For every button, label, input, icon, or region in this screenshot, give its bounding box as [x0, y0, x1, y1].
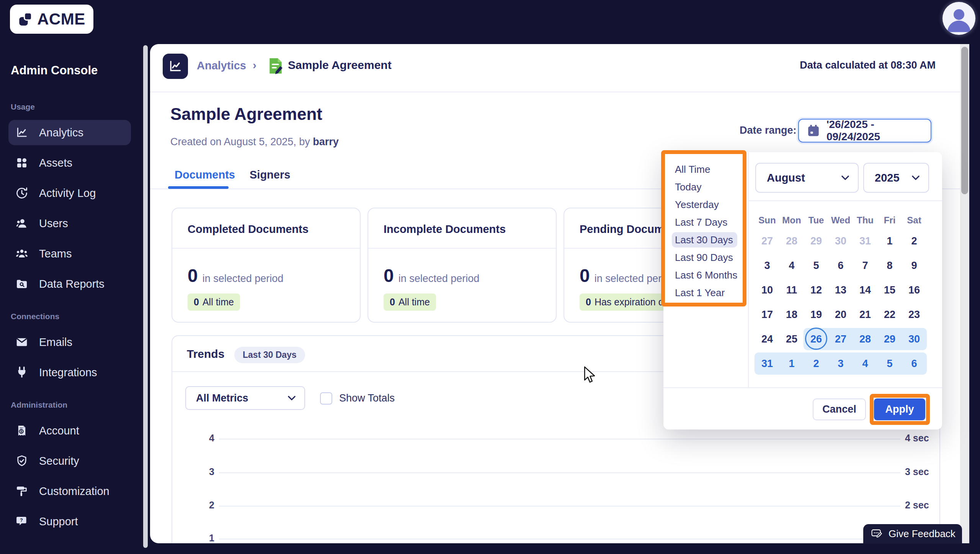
metrics-dropdown[interactable]: All Metrics — [185, 386, 305, 410]
calendar-day-29[interactable]: 29 — [877, 327, 902, 351]
preset-yesterday[interactable]: Yesterday — [663, 196, 748, 213]
breadcrumb-analytics-link[interactable]: Analytics — [197, 59, 246, 72]
calendar-day-3[interactable]: 3 — [828, 351, 853, 376]
apply-button[interactable]: Apply — [874, 398, 925, 420]
tab-documents[interactable]: Documents — [175, 169, 235, 181]
brand-logo[interactable]: ACME — [10, 5, 93, 34]
give-feedback-label: Give Feedback — [889, 528, 956, 540]
calendar-day-7[interactable]: 7 — [853, 253, 877, 278]
calendar-day-6[interactable]: 6 — [828, 253, 853, 278]
sidebar-item-label: Account — [39, 425, 79, 437]
calendar-day-4[interactable]: 4 — [853, 351, 877, 376]
sidebar-item-account[interactable]: $Account — [8, 418, 131, 443]
chart-gridline — [219, 506, 900, 506]
cancel-button[interactable]: Cancel — [813, 398, 866, 420]
preset-last-6-months[interactable]: Last 6 Months — [663, 266, 748, 284]
chart-line-icon — [15, 126, 29, 139]
sidebar-item-analytics[interactable]: Analytics — [8, 120, 131, 145]
preset-last-90-days[interactable]: Last 90 Days — [663, 249, 748, 266]
calendar-day-4[interactable]: 4 — [779, 253, 804, 278]
show-totals-checkbox[interactable] — [320, 392, 332, 405]
calendar-day-16[interactable]: 16 — [902, 278, 926, 302]
sidebar-item-teams[interactable]: Teams — [8, 241, 131, 266]
card-caption: in selected period — [399, 273, 480, 285]
data-calculated-note: Data calculated at 08:30 AM — [800, 59, 936, 71]
sidebar-item-users[interactable]: Users — [8, 211, 131, 236]
calendar-day-27-prev[interactable]: 27 — [755, 229, 779, 253]
date-range-input[interactable]: '26/2025 - 09/24/2025 — [798, 119, 931, 143]
give-feedback-button[interactable]: Give Feedback — [863, 524, 962, 544]
calendar-day-31-prev[interactable]: 31 — [853, 229, 877, 253]
weekday-label: Mon — [779, 212, 804, 229]
calendar-day-20[interactable]: 20 — [828, 302, 853, 327]
calendar-day-14[interactable]: 14 — [853, 278, 877, 302]
sidebar-item-data-reports[interactable]: Data Reports — [8, 271, 131, 297]
active-tab-underline — [168, 186, 229, 189]
weekday-label: Sun — [755, 212, 779, 229]
popup-footer-divider — [663, 387, 942, 388]
calendar-day-6[interactable]: 6 — [902, 351, 926, 376]
calendar-day-29-prev[interactable]: 29 — [804, 229, 828, 253]
preset-today[interactable]: Today — [663, 178, 748, 196]
sidebar-item-label: Users — [39, 217, 68, 230]
y-axis-label-right: 2 sec — [905, 500, 929, 511]
calendar-day-18[interactable]: 18 — [779, 302, 804, 327]
sidebar-item-label: Activity Log — [39, 187, 96, 200]
calendar-day-13[interactable]: 13 — [828, 278, 853, 302]
calendar-day-10[interactable]: 10 — [755, 278, 779, 302]
sidebar-item-customization[interactable]: Customization — [8, 479, 131, 504]
calendar-day-28[interactable]: 28 — [853, 327, 877, 351]
calendar-day-12[interactable]: 12 — [804, 278, 828, 302]
sidebar-item-security[interactable]: Security — [8, 448, 131, 474]
calendar-day-30[interactable]: 30 — [902, 327, 926, 351]
calendar-day-25[interactable]: 25 — [779, 327, 804, 351]
preset-all-time[interactable]: All Time — [663, 161, 748, 178]
calendar-day-21[interactable]: 21 — [853, 302, 877, 327]
month-select[interactable]: August — [755, 163, 859, 193]
calendar-day-3[interactable]: 3 — [755, 253, 779, 278]
chart-gridline — [219, 472, 900, 473]
chevron-down-icon — [911, 175, 920, 180]
calendar-day-26[interactable]: 26 — [804, 327, 828, 351]
calendar-day-17[interactable]: 17 — [755, 302, 779, 327]
calendar-day-8[interactable]: 8 — [877, 253, 902, 278]
calendar-day-31[interactable]: 31 — [755, 351, 779, 376]
calendar-day-27[interactable]: 27 — [828, 327, 853, 351]
calendar-grid: 2728293031123456789101112131415161718192… — [755, 229, 926, 376]
calendar-day-2[interactable]: 2 — [902, 229, 926, 253]
calendar-day-5[interactable]: 5 — [804, 253, 828, 278]
preset-last-1-year[interactable]: Last 1 Year — [663, 284, 748, 302]
sidebar-item-emails[interactable]: Emails — [8, 329, 131, 355]
sidebar-item-label: Teams — [39, 247, 72, 260]
main-scrollbar-thumb[interactable] — [961, 47, 968, 194]
calendar-day-5[interactable]: 5 — [877, 351, 902, 376]
preset-last-30-days[interactable]: Last 30 Days — [672, 232, 737, 247]
calendar-week-row: 272829303112 — [755, 229, 926, 253]
calendar-day-1[interactable]: 1 — [779, 351, 804, 376]
shield-check-icon — [15, 454, 29, 468]
calendar-day-30-prev[interactable]: 30 — [828, 229, 853, 253]
year-select[interactable]: 2025 — [863, 163, 929, 193]
sidebar-item-activity-log[interactable]: Activity Log — [8, 180, 131, 206]
user-avatar[interactable] — [942, 2, 975, 35]
sidebar-scrollbar[interactable] — [143, 45, 148, 548]
sidebar-item-assets[interactable]: Assets — [8, 150, 131, 175]
calendar-day-23[interactable]: 23 — [902, 302, 926, 327]
preset-last-7-days[interactable]: Last 7 Days — [663, 213, 748, 231]
tab-signers[interactable]: Signers — [250, 169, 290, 181]
sidebar-item-integrations[interactable]: Integrations — [8, 360, 131, 385]
metric-card-incomplete-documents: Incomplete Documents0in selected period0… — [368, 208, 557, 323]
sidebar-item-support[interactable]: ?Support — [8, 509, 131, 534]
calendar-day-1[interactable]: 1 — [877, 229, 902, 253]
calendar-day-15[interactable]: 15 — [877, 278, 902, 302]
calendar-day-19[interactable]: 19 — [804, 302, 828, 327]
breadcrumb-chevron-icon: › — [253, 59, 256, 72]
calendar-day-11[interactable]: 11 — [779, 278, 804, 302]
badge-label: All time — [203, 297, 234, 308]
calendar-day-28-prev[interactable]: 28 — [779, 229, 804, 253]
metrics-dropdown-value: All Metrics — [196, 392, 248, 404]
calendar-day-9[interactable]: 9 — [902, 253, 926, 278]
calendar-day-22[interactable]: 22 — [877, 302, 902, 327]
calendar-day-2[interactable]: 2 — [804, 351, 828, 376]
calendar-day-24[interactable]: 24 — [755, 327, 779, 351]
